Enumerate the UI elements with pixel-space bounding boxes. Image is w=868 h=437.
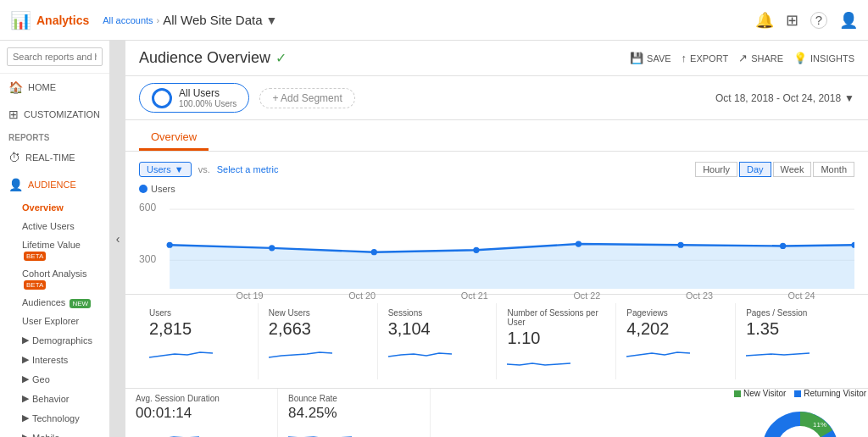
insights-button[interactable]: 💡 INSIGHTS	[793, 52, 854, 64]
content-header: Audience Overview ✓ 💾 SAVE ↑ EXPORT ↗ SH…	[125, 41, 868, 76]
page-title: Audience Overview ✓	[139, 49, 287, 67]
sidebar-sub-overview[interactable]: Overview	[0, 198, 109, 217]
notifications-icon[interactable]: 🔔	[755, 11, 774, 30]
insights-icon: 💡	[793, 52, 807, 64]
sidebar-item-customization[interactable]: ⊞ CUSTOMIZATION	[0, 101, 109, 128]
sidebar-group-interests[interactable]: ▶ Interests	[0, 350, 109, 369]
metric-sessions: Sessions 3,104	[378, 303, 498, 379]
chart-legend: Users	[139, 184, 854, 194]
sidebar-item-audience[interactable]: 👤 AUDIENCE	[0, 171, 109, 198]
breadcrumb-parent[interactable]: All accounts	[103, 15, 153, 25]
segment-circle-icon	[152, 88, 172, 108]
svg-point-13	[371, 249, 377, 255]
audience-icon: 👤	[8, 178, 23, 191]
chart-metric-button[interactable]: Users ▼	[139, 162, 192, 177]
apps-grid-icon[interactable]: ⊞	[786, 11, 798, 30]
svg-point-15	[576, 241, 581, 246]
sidebar-group-mobile[interactable]: ▶ Mobile	[0, 428, 109, 437]
search-input[interactable]	[7, 47, 103, 66]
metric-pageviews: Pageviews 4,202	[616, 303, 736, 379]
sidebar-group-geo[interactable]: ▶ Geo	[0, 369, 109, 389]
home-icon: 🏠	[8, 80, 23, 94]
metric-avg-session-label: Avg. Session Duration	[136, 394, 267, 403]
sidebar-item-home[interactable]: 🏠 HOME	[0, 74, 109, 101]
sidebar-sub-audiences[interactable]: Audiences NEW	[0, 293, 109, 312]
svg-text:Oct 24: Oct 24	[788, 290, 815, 301]
chart-controls: Users ▼ vs. Select a metric Hourly Day W…	[139, 162, 854, 177]
sidebar-sub-lifetime[interactable]: Lifetime Value BETA	[0, 235, 109, 264]
date-range-picker[interactable]: Oct 18, 2018 - Oct 24, 2018 ▼	[715, 92, 854, 104]
svg-point-17	[780, 243, 786, 249]
breadcrumb: All accounts › All Web Site Data ▼	[103, 13, 755, 27]
share-icon: ↗	[738, 52, 748, 64]
share-button[interactable]: ↗ SHARE	[738, 52, 783, 64]
app-name: Analytics	[36, 14, 89, 27]
metric-avg-session-value: 00:01:14	[136, 405, 267, 422]
chart-section: Users ▼ vs. Select a metric Hourly Day W…	[125, 152, 868, 295]
select-metric-link[interactable]: Select a metric	[217, 164, 279, 174]
main-layout: 🏠 HOME ⊞ CUSTOMIZATION Reports ⏱ REAL-TI…	[0, 41, 868, 437]
chart-container: 600 300 Oct 19 Oct 20 Oct 21 Oct 22 Oct …	[139, 199, 854, 284]
metric-new-users-label: New Users	[269, 308, 367, 318]
metric-sessions-per-user-label: Number of Sessions per User	[507, 308, 605, 327]
metrics-pie-row: Avg. Session Duration 00:01:14 Bounce Ra…	[125, 389, 868, 437]
date-range-arrow-icon: ▼	[844, 92, 854, 104]
account-icon[interactable]: 👤	[839, 11, 858, 30]
legend-dot-users	[139, 185, 147, 193]
time-btn-week[interactable]: Week	[773, 162, 812, 177]
metric-bounce-rate-value: 84.25%	[288, 405, 420, 422]
metric-avg-session-sparkline	[136, 425, 203, 437]
sidebar-audience-label: AUDIENCE	[28, 180, 76, 190]
metric-avg-session: Avg. Session Duration 00:01:14	[125, 389, 278, 437]
tab-overview[interactable]: Overview	[139, 125, 209, 151]
export-icon: ↑	[682, 52, 687, 64]
sidebar-group-technology[interactable]: ▶ Technology	[0, 408, 109, 428]
metric-pages-per-session-label: Pages / Session	[746, 308, 844, 318]
metric-bounce-rate-label: Bounce Rate	[288, 394, 420, 403]
top-bar: 📊 Analytics All accounts › All Web Site …	[0, 0, 868, 41]
realtime-icon: ⏱	[8, 151, 20, 164]
svg-text:300: 300	[139, 253, 156, 265]
legend-label-users: Users	[151, 184, 175, 194]
svg-text:Oct 19: Oct 19	[236, 290, 264, 301]
sidebar-customization-label: CUSTOMIZATION	[24, 109, 100, 119]
sidebar-sub-user-explorer[interactable]: User Explorer	[0, 312, 109, 330]
add-segment-button[interactable]: + Add Segment	[259, 88, 354, 108]
lifetime-badge: BETA	[24, 252, 46, 261]
svg-text:Oct 22: Oct 22	[573, 290, 600, 301]
save-button[interactable]: 💾 SAVE	[630, 52, 671, 64]
sidebar-realtime-label: REAL-TIME	[25, 152, 75, 163]
svg-text:600: 600	[139, 202, 156, 213]
pie-legend: New Visitor Returning Visitor	[734, 389, 866, 398]
sidebar-reports-section: Reports	[0, 128, 109, 144]
pie-legend-returning: Returning Visitor	[794, 389, 866, 398]
line-chart: 600 300 Oct 19 Oct 20 Oct 21 Oct 22 Oct …	[139, 199, 854, 301]
pie-chart-svg: 89% 11%	[754, 403, 847, 437]
sidebar-collapse-button[interactable]: ‹	[110, 41, 125, 437]
metric-pageviews-label: Pageviews	[626, 308, 725, 318]
export-button[interactable]: ↑ EXPORT	[682, 52, 729, 64]
logo-icon: 📊	[10, 10, 31, 30]
sidebar-group-demographics[interactable]: ▶ Demographics	[0, 330, 109, 350]
metric-sessions-per-user-sparkline	[507, 351, 575, 372]
metric-pages-per-session-value: 1.35	[746, 319, 844, 339]
breadcrumb-dropdown-icon[interactable]: ▼	[266, 14, 278, 27]
save-icon: 💾	[630, 52, 643, 64]
verified-icon: ✓	[275, 50, 287, 66]
help-icon[interactable]: ?	[810, 12, 827, 29]
metric-pages-per-session: Pages / Session 1.35	[736, 303, 854, 379]
sidebar-sub-active-users[interactable]: Active Users	[0, 217, 109, 235]
time-btn-hourly[interactable]: Hourly	[695, 162, 737, 177]
metric-users-label: Users	[149, 308, 248, 318]
segment-pct: 100.00% Users	[179, 99, 236, 108]
sidebar-group-behavior[interactable]: ▶ Behavior	[0, 389, 109, 408]
all-users-segment[interactable]: All Users 100.00% Users	[139, 83, 249, 113]
svg-point-14	[473, 247, 479, 253]
metric-new-users-sparkline	[269, 342, 337, 362]
metric-sessions-sparkline	[388, 342, 456, 362]
sidebar-sub-cohort[interactable]: Cohort Analysis BETA	[0, 264, 109, 293]
time-btn-month[interactable]: Month	[813, 162, 854, 177]
sidebar-item-realtime[interactable]: ⏱ REAL-TIME	[0, 144, 109, 171]
overview-tabs: Overview	[125, 120, 868, 152]
time-btn-day[interactable]: Day	[739, 162, 771, 177]
